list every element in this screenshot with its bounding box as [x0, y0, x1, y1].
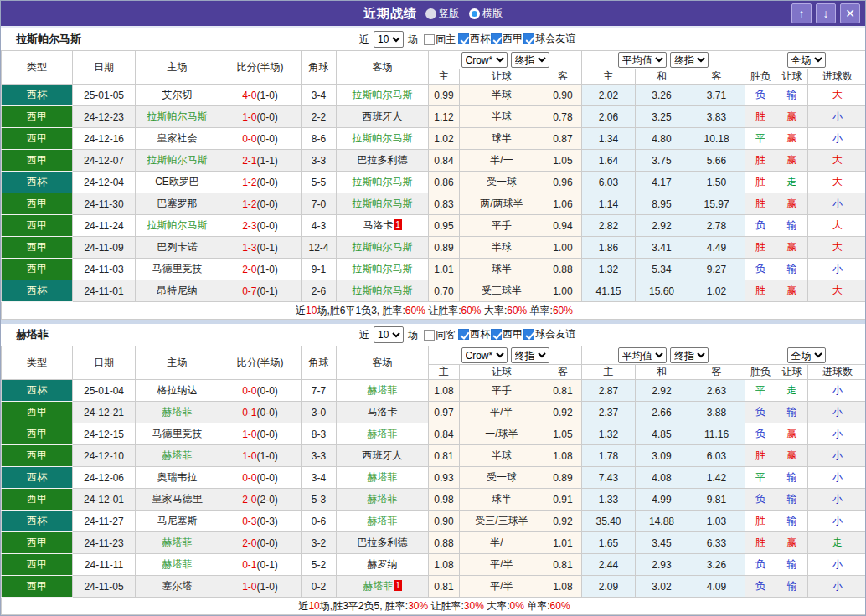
- corner-score: 4-3: [302, 215, 337, 237]
- odds-source-select[interactable]: Crow*: [461, 52, 508, 68]
- handicap-result-cell: 输: [776, 511, 808, 532]
- fulltime-score: 0-1: [242, 559, 256, 571]
- home-team: 赫塔菲: [136, 532, 219, 554]
- red-card-badge: 1: [394, 580, 402, 591]
- home-team-name: 赫塔菲: [162, 558, 193, 570]
- fulltime-score: 2-0: [242, 264, 256, 275]
- score: 2-3(0-0): [219, 215, 302, 237]
- halftime-score: (0-1): [257, 242, 278, 254]
- league-checkbox[interactable]: 球会友谊: [523, 32, 575, 46]
- final-odds-select[interactable]: 终指: [511, 52, 549, 68]
- match-date: 24-11-01: [73, 280, 136, 302]
- final-odds-select[interactable]: 终指: [511, 347, 549, 363]
- score: 1-2(0-0): [219, 193, 302, 215]
- asia-handicap: 平/半: [460, 576, 544, 598]
- match-row: 西甲24-11-11赫塔菲0-1(0-1)5-2赫罗纳1.08平/半0.812.…: [2, 554, 866, 576]
- europe-home-odds: 1.33: [582, 489, 636, 511]
- final-odds-select[interactable]: 终指: [670, 347, 709, 363]
- goals-result-cell: 走: [808, 532, 866, 554]
- halftime-score: (0-0): [257, 133, 278, 145]
- result-cell: 胜: [745, 106, 776, 128]
- match-count-select[interactable]: 10: [374, 326, 404, 343]
- asia-handicap: 两/两球半: [460, 193, 544, 215]
- league-checkbox[interactable]: 西杯: [458, 32, 490, 46]
- away-team: 赫塔菲1: [337, 576, 429, 598]
- halftime-score: (1-0): [257, 581, 278, 593]
- league-checkbox[interactable]: 西甲: [491, 32, 523, 46]
- summary-segment: 让胜率:: [428, 600, 464, 612]
- corner-score: 0-6: [302, 511, 337, 532]
- asia-handicap: 球半: [460, 128, 544, 150]
- corner-score: 3-2: [302, 532, 337, 554]
- europe-home-odds: 41.15: [582, 280, 636, 302]
- away-team-name: 拉斯帕尔马斯: [353, 132, 413, 144]
- match-type: 西甲: [2, 193, 73, 215]
- score: 1-0(0-0): [219, 424, 302, 445]
- goals-result-cell: 小: [808, 489, 866, 511]
- home-team-name: CE欧罗巴: [155, 176, 199, 187]
- score: 0-7(0-1): [219, 280, 302, 302]
- away-team-name: 马洛卡: [368, 406, 398, 418]
- fullmatch-select[interactable]: 全场: [787, 52, 826, 68]
- match-date: 24-11-27: [73, 511, 136, 532]
- asia-handicap: 球半: [460, 259, 544, 280]
- summary-segment: 让胜率:: [425, 305, 461, 316]
- fulltime-score: 0-3: [242, 516, 256, 527]
- league-checkbox[interactable]: 西甲: [491, 327, 523, 341]
- europe-home-odds: 6.03: [582, 172, 636, 193]
- same-venue-checkbox[interactable]: 同主: [424, 33, 456, 47]
- handicap-result-cell: 赢: [776, 280, 808, 302]
- match-type: 西甲: [2, 237, 73, 259]
- match-count-select[interactable]: 10: [374, 31, 404, 48]
- home-team: 赫塔菲: [136, 554, 219, 576]
- goals-result-cell: 小: [808, 380, 866, 402]
- away-team: 拉斯帕尔马斯: [337, 280, 429, 302]
- score: 0-3(0-3): [219, 511, 302, 532]
- home-team-name: 塞尔塔: [162, 580, 193, 592]
- home-team-name: 奥瑞韦拉: [157, 471, 198, 483]
- match-type: 西杯: [2, 280, 73, 302]
- asia-home-odds: 1.08: [429, 554, 460, 576]
- close-button[interactable]: ✕: [840, 3, 860, 23]
- corner-score: 3-4: [302, 85, 337, 106]
- league-checkbox[interactable]: 球会友谊: [523, 327, 575, 341]
- home-team: 奥瑞韦拉: [136, 467, 219, 489]
- average-odds-select[interactable]: 平均值: [618, 347, 667, 363]
- home-team-name: 巴塞罗那: [157, 198, 198, 209]
- league-checkbox[interactable]: 西杯: [458, 327, 490, 341]
- europe-home-odds: 1.32: [582, 424, 636, 445]
- away-team-name: 赫塔菲: [368, 493, 398, 505]
- match-row: 西杯25-01-04格拉纳达0-0(0-0)7-7赫塔菲1.08平手0.812.…: [2, 380, 866, 402]
- halftime-score: (0-1): [257, 285, 278, 297]
- match-date: 24-12-16: [73, 128, 136, 150]
- layout-radio-vertical[interactable]: 竖版: [425, 7, 459, 21]
- away-team: 赫塔菲: [337, 489, 429, 511]
- scroll-up-button[interactable]: ↑: [791, 3, 812, 23]
- score: 0-1(0-1): [219, 554, 302, 576]
- europe-draw-odds: 2.92: [636, 215, 688, 237]
- europe-home-odds: 2.37: [582, 402, 636, 424]
- average-odds-select[interactable]: 平均值: [618, 52, 667, 68]
- europe-away-odds: 1.42: [688, 467, 745, 489]
- result-cell: 负: [745, 215, 776, 237]
- asia-away-odds: 1.06: [544, 193, 582, 215]
- handicap-result-cell: 走: [776, 172, 808, 193]
- fullmatch-select[interactable]: 全场: [787, 347, 826, 363]
- match-date: 24-12-04: [73, 172, 136, 193]
- home-team: 塞尔塔: [136, 576, 219, 598]
- league-checkbox-label: 西杯: [470, 327, 490, 341]
- radio-unselected-icon: [425, 8, 436, 19]
- halftime-score: (2-0): [257, 494, 278, 506]
- final-odds-select[interactable]: 终指: [670, 52, 709, 68]
- near-label: 近: [359, 33, 369, 47]
- odds-source-select[interactable]: Crow*: [461, 347, 508, 363]
- result-cell: 负: [745, 576, 776, 598]
- asia-home-odds: 1.02: [429, 128, 460, 150]
- layout-radio-horizontal[interactable]: 横版: [469, 7, 503, 21]
- home-team: 皇家马德里: [136, 489, 219, 511]
- score: 1-0(1-0): [219, 576, 302, 598]
- score: 2-0(2-0): [219, 489, 302, 511]
- europe-home-odds: 2.87: [582, 380, 636, 402]
- same-venue-checkbox[interactable]: 同客: [424, 328, 456, 342]
- scroll-down-button[interactable]: ↓: [816, 3, 836, 23]
